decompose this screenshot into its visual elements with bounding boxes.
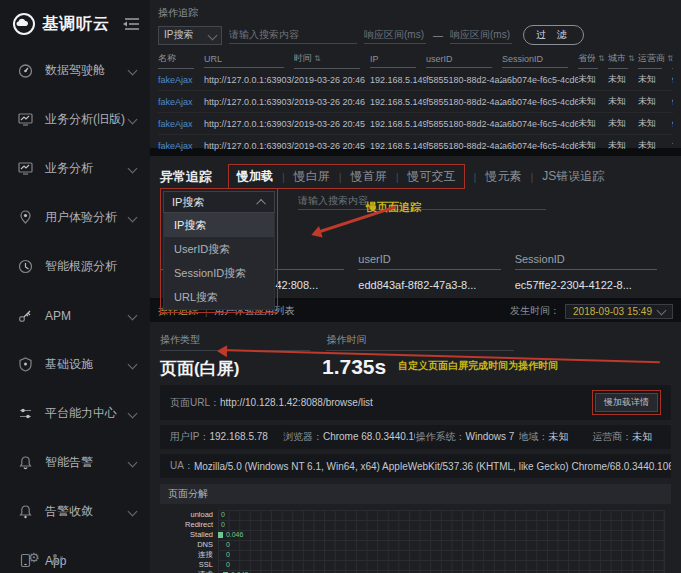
- cell-province: 未知: [578, 91, 608, 113]
- cell-carrier: 未知: [638, 113, 672, 135]
- waterfall-label: unload: [166, 510, 213, 520]
- operation-type-label: 操作类型: [160, 333, 310, 351]
- column-header[interactable]: 城市⇅: [608, 52, 638, 69]
- main-content: 操作追踪 IP搜索 — 过 滤 名称URL时间⇅IPuserIDSessionI…: [150, 0, 681, 573]
- chart-title: 页面分解: [160, 484, 671, 504]
- environment-row: 用户IP：192.168.5.78浏览器：Chrome 68.0.3440.10…: [160, 425, 671, 449]
- apm-icon: [18, 308, 34, 324]
- sidebar-item-label: 基础设施: [45, 356, 93, 373]
- column-header[interactable]: SessionID: [502, 52, 578, 69]
- table-row[interactable]: fakeAjaxhttp://127.0.0.1:63903/2019-03-2…: [158, 91, 673, 113]
- waterfall-label: Stalled: [166, 530, 213, 540]
- sidebar-item-infrastructure[interactable]: 基础设施: [0, 340, 150, 389]
- cell-userId: edd843af-8f82-47a3-8...: [358, 270, 514, 301]
- sidebar-item-app[interactable]: App: [0, 536, 150, 573]
- sort-icon[interactable]: ⇅: [314, 54, 321, 63]
- search-input[interactable]: [229, 26, 357, 44]
- column-header[interactable]: 运营商⇅: [638, 52, 672, 69]
- waterfall-value: 0: [226, 541, 230, 549]
- filter-button[interactable]: 过 滤: [523, 25, 584, 45]
- table-row[interactable]: fakeAjaxhttp://127.0.0.1:63903/2019-03-2…: [158, 113, 673, 135]
- tab-慢白屏[interactable]: 慢白屏: [294, 168, 330, 185]
- cell-name[interactable]: fakeAjax: [158, 91, 204, 113]
- settings-gear-icon[interactable]: ⚙: [28, 550, 40, 565]
- cell-carrier: 未知: [638, 135, 672, 157]
- sidebar-item-business-analysis[interactable]: 业务分析: [0, 144, 150, 193]
- sidebar-item-platform[interactable]: 平台能力中心: [0, 389, 150, 438]
- cell-sessionId: a6b074e-f6c5-4cd6-...: [502, 91, 578, 113]
- sidebar-item-smart-alert[interactable]: 智能告警: [0, 438, 150, 487]
- cell-time: 2019-03-26 20:46: [294, 91, 370, 113]
- chevron-down-icon: [128, 66, 138, 76]
- sidebar-item-label: 业务分析: [45, 160, 93, 177]
- response-range-max-input[interactable]: [450, 26, 512, 44]
- chevron-down-icon: [657, 305, 667, 315]
- cell-name[interactable]: fakeAjax: [158, 69, 204, 91]
- waterfall-row-labels: unloadRedirectStalledDNS连接SSL请求响应DOM处理页面…: [166, 510, 213, 573]
- sidebar-item-dashboard[interactable]: 数据驾驶舱: [0, 46, 150, 95]
- column-header[interactable]: userID: [426, 52, 502, 69]
- collapse-sidebar-icon[interactable]: [122, 17, 140, 31]
- account-icon[interactable]: [50, 552, 64, 564]
- dropdown-option-URL搜索[interactable]: URL搜索: [164, 285, 274, 309]
- sidebar-item-root-cause[interactable]: 智能根源分析: [0, 242, 150, 291]
- column-header[interactable]: 耗时(ms)⇅: [672, 52, 673, 69]
- dropdown-option-UserID搜索[interactable]: UserID搜索: [164, 237, 274, 261]
- waterfall-bar: [218, 532, 223, 538]
- cell-city: 未知: [608, 135, 638, 157]
- tab-group-annotation-box: 慢加载|慢白屏|慢首屏|慢可交互: [228, 164, 465, 189]
- cell-duration: 90: [672, 69, 673, 91]
- mid-search-input[interactable]: [298, 192, 546, 210]
- waterfall-value: 0: [221, 521, 225, 529]
- cell-url: http://127.0.0.1:63903/: [204, 113, 294, 135]
- column-header[interactable]: userID: [358, 253, 514, 270]
- waterfall-value: 0: [226, 551, 230, 559]
- dropdown-option-SessionID搜索[interactable]: SessionID搜索: [164, 261, 274, 285]
- cell-province: 未知: [578, 69, 608, 91]
- dropdown-option-IP搜索[interactable]: IP搜索: [164, 213, 274, 237]
- sort-icon[interactable]: ⇅: [628, 54, 635, 63]
- infrastructure-icon: [18, 357, 34, 373]
- waterfall-value: 0.046: [226, 531, 244, 539]
- column-header[interactable]: 名称: [158, 52, 204, 69]
- occur-time-value: 2018-09-03 15:49: [573, 306, 652, 317]
- table-row[interactable]: fakeAjaxhttp://127.0.0.1:63903/2019-03-2…: [158, 69, 673, 91]
- waterfall-label: 连接: [166, 550, 213, 560]
- column-header[interactable]: 省份⇅: [578, 52, 608, 69]
- tab-separator: |: [339, 171, 342, 183]
- sidebar-item-label: APM: [45, 309, 71, 323]
- cell-url: http://127.0.0.1:63903/: [204, 135, 294, 157]
- cell-time: 2019-03-26 20:45: [294, 135, 370, 157]
- cell-name[interactable]: fakeAjax: [158, 113, 204, 135]
- table-row[interactable]: fakeAjaxhttp://127.0.0.1:63903/2019-03-2…: [158, 135, 673, 157]
- column-header[interactable]: URL: [204, 52, 294, 69]
- sidebar-item-alert-converge[interactable]: 告警收敛: [0, 487, 150, 536]
- tab-慢元素[interactable]: 慢元素: [485, 168, 521, 185]
- column-header[interactable]: 时间⇅: [294, 52, 370, 69]
- tab-JS错误追踪[interactable]: JS错误追踪: [542, 168, 604, 185]
- operation-type-value: 页面(白屏): [160, 357, 322, 380]
- cell-ip: 192.168.5.149: [370, 91, 426, 113]
- sidebar-item-user-experience[interactable]: 用户体验分析: [0, 193, 150, 242]
- cell-ip: 192.168.5.149: [370, 135, 426, 157]
- slow-load-detail-button[interactable]: 慢加载详情: [595, 393, 658, 412]
- search-type-dropdown[interactable]: IP搜索: [163, 191, 275, 213]
- response-range-min-input[interactable]: [364, 26, 426, 44]
- cell-name[interactable]: fakeAjax: [158, 135, 204, 157]
- column-header[interactable]: IP: [370, 52, 426, 69]
- search-type-select[interactable]: IP搜索: [158, 26, 222, 45]
- cell-sessionId: ec57ffe2-2304-4122-8...: [515, 270, 671, 301]
- cell-sessionId: a6b074e-f6c5-4cd6-...: [502, 69, 578, 91]
- cell-province: 未知: [578, 135, 608, 157]
- ua-row: UA： Mozilla/5.0 (Windows NT 6.1, Win64, …: [160, 454, 671, 478]
- tab-慢首屏[interactable]: 慢首屏: [351, 168, 387, 185]
- sidebar-item-apm[interactable]: APM: [0, 291, 150, 340]
- cell-city: 未知: [608, 91, 638, 113]
- sidebar-item-business-analysis-old[interactable]: 业务分析(旧版): [0, 95, 150, 144]
- sidebar-item-label: 数据驾驶舱: [45, 62, 105, 79]
- tab-慢加载[interactable]: 慢加载: [237, 168, 273, 185]
- occur-time-select[interactable]: 2018-09-03 15:49: [565, 304, 673, 319]
- sort-icon[interactable]: ⇅: [598, 54, 605, 63]
- tab-慢可交互[interactable]: 慢可交互: [408, 168, 456, 185]
- column-header[interactable]: SessionID: [515, 253, 671, 270]
